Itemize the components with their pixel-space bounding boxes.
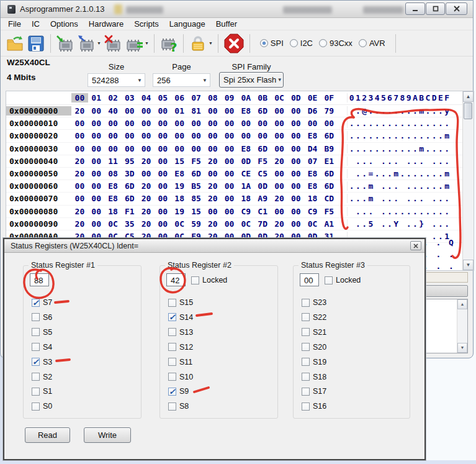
hex-byte[interactable]: 00 <box>204 144 221 153</box>
hex-byte[interactable]: 11 <box>105 157 122 166</box>
hex-byte[interactable]: 00 <box>204 119 221 128</box>
hex-byte[interactable]: 00 <box>287 157 304 166</box>
hex-byte[interactable]: A9 <box>254 194 271 203</box>
menu-hardware[interactable]: Hardware <box>89 18 123 30</box>
radio-93cxx[interactable]: 93Cxx <box>319 39 353 48</box>
hex-byte[interactable]: 00 <box>105 144 122 153</box>
hex-byte[interactable]: B5 <box>188 181 205 191</box>
hex-byte[interactable]: D4 <box>304 144 321 153</box>
radio-i2c[interactable]: I2C <box>290 39 313 48</box>
hex-byte[interactable]: 00 <box>221 169 238 178</box>
bit-checkbox-s16[interactable]: S16 <box>302 402 326 411</box>
bit-checkbox-s7[interactable]: S7 <box>32 298 52 307</box>
hex-byte[interactable]: E8 <box>105 194 122 203</box>
hex-byte[interactable]: 00 <box>287 119 304 128</box>
hex-byte[interactable]: 00 <box>121 106 138 116</box>
hex-byte[interactable]: 59 <box>188 219 205 229</box>
hex-byte[interactable]: 00 <box>287 207 304 216</box>
hex-byte[interactable]: 6D <box>121 181 138 191</box>
hex-byte[interactable]: 6D <box>321 169 338 178</box>
hex-byte[interactable]: 00 <box>138 106 155 116</box>
hex-byte[interactable]: 20 <box>204 219 221 229</box>
hex-byte[interactable]: 20 <box>71 169 88 178</box>
bit-checkbox-s14[interactable]: S14 <box>168 313 193 322</box>
verify-chip-button[interactable]: ▼ <box>125 35 149 52</box>
hex-byte[interactable]: 00 <box>287 219 304 229</box>
bit-checkbox-s1[interactable]: S1 <box>32 387 52 396</box>
hex-byte[interactable]: 00 <box>221 219 238 229</box>
hex-byte[interactable]: 00 <box>88 106 105 116</box>
hex-byte[interactable]: F5 <box>188 157 205 166</box>
hex-byte[interactable]: 08 <box>105 169 122 178</box>
menu-ic[interactable]: IC <box>32 18 40 30</box>
hex-byte[interactable]: E8 <box>304 131 321 140</box>
hex-byte[interactable]: 00 <box>71 131 88 140</box>
hex-byte[interactable]: 20 <box>71 106 88 116</box>
hex-byte[interactable]: 00 <box>204 169 221 178</box>
dropdown-arrow-icon[interactable]: ▼ <box>97 41 101 45</box>
hex-byte[interactable]: 00 <box>155 131 171 140</box>
log-scrollbar[interactable]: ▲ ▼ <box>457 299 467 353</box>
hex-byte[interactable]: 20 <box>138 157 155 166</box>
menu-buffer[interactable]: Buffer <box>216 18 237 30</box>
menu-file[interactable]: File <box>8 18 21 30</box>
hex-byte[interactable]: 00 <box>221 194 238 203</box>
menu-scripts[interactable]: Scripts <box>134 18 159 30</box>
hex-byte[interactable]: 00 <box>271 119 288 128</box>
hex-byte[interactable]: 00 <box>155 144 171 153</box>
hex-byte[interactable]: 81 <box>188 106 205 116</box>
bit-checkbox-s22[interactable]: S22 <box>302 313 326 322</box>
hex-byte[interactable]: 00 <box>204 131 221 140</box>
maximize-button[interactable] <box>426 2 445 15</box>
hex-byte[interactable]: 3D <box>121 169 138 178</box>
register-value-input[interactable]: 00 <box>300 273 319 286</box>
bit-checkbox-s4[interactable]: S4 <box>32 343 52 352</box>
hex-byte[interactable]: 00 <box>204 106 221 116</box>
hex-byte[interactable]: 00 <box>287 181 304 191</box>
hex-byte[interactable]: 00 <box>287 106 304 116</box>
hex-ascii[interactable]: ... ........... <box>347 207 451 216</box>
hex-byte[interactable]: 35 <box>121 219 138 229</box>
hex-byte[interactable]: 01 <box>171 106 188 116</box>
hex-byte[interactable]: 15 <box>188 207 205 216</box>
hex-byte[interactable]: 00 <box>121 144 138 153</box>
hex-byte[interactable]: 00 <box>88 157 105 166</box>
hex-byte[interactable]: 00 <box>105 131 122 140</box>
hex-byte[interactable]: 1A <box>238 181 254 191</box>
hex-byte[interactable]: 00 <box>254 119 271 128</box>
hex-byte[interactable]: 00 <box>88 181 105 191</box>
bit-checkbox-s18[interactable]: S18 <box>302 373 326 381</box>
hex-byte[interactable]: 6D <box>254 106 271 116</box>
hex-byte[interactable]: 19 <box>171 181 188 191</box>
hex-byte[interactable]: 00 <box>105 119 122 128</box>
hex-byte[interactable]: 6D <box>121 194 138 203</box>
hex-byte[interactable]: 00 <box>271 181 288 191</box>
hex-byte[interactable]: 00 <box>304 119 321 128</box>
hex-byte[interactable]: 0D <box>254 181 271 191</box>
hex-byte[interactable]: C9 <box>304 207 321 216</box>
scroll-up-icon[interactable]: ▲ <box>457 299 467 309</box>
hex-byte[interactable]: 0C <box>238 219 254 229</box>
hex-byte[interactable]: 00 <box>121 131 138 140</box>
save-file-button[interactable] <box>27 35 45 52</box>
hex-ascii[interactable]: .@........m...y <box>347 106 451 116</box>
hex-byte[interactable]: 00 <box>155 169 171 178</box>
hex-byte[interactable]: 00 <box>138 169 155 178</box>
hex-byte[interactable]: 00 <box>188 144 205 153</box>
hex-byte[interactable]: 6D <box>321 131 338 140</box>
hex-byte[interactable]: 00 <box>221 144 238 153</box>
hex-ascii[interactable]: ...m ... ... ... <box>347 194 451 203</box>
hex-byte[interactable]: 19 <box>171 207 188 216</box>
hex-byte[interactable]: 00 <box>155 119 171 128</box>
hex-byte[interactable]: 20 <box>204 181 221 191</box>
hex-byte[interactable]: 20 <box>71 219 88 229</box>
hex-byte[interactable]: 00 <box>88 144 105 153</box>
bit-checkbox-s20[interactable]: S20 <box>302 343 326 352</box>
hex-byte[interactable]: 6D <box>321 181 338 191</box>
bit-checkbox-s15[interactable]: S15 <box>168 298 193 307</box>
menu-language[interactable]: Language <box>169 18 205 30</box>
hex-byte[interactable]: 20 <box>138 181 155 191</box>
dialog-close-button[interactable] <box>410 241 421 250</box>
hex-byte[interactable]: 00 <box>71 194 88 203</box>
hex-ascii[interactable]: ... ... ... ... <box>347 157 451 166</box>
